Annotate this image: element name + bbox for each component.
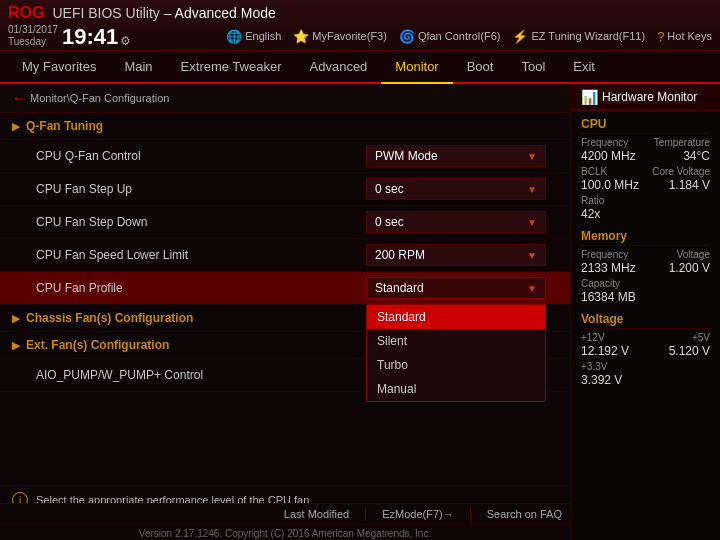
- last-modified-label: Last Modified: [284, 508, 349, 520]
- hw-cpu-freq-val-row: 4200 MHz 34°C: [581, 149, 710, 165]
- hw-bclk-label: BCLK: [581, 166, 607, 177]
- myfavorite-label: MyFavorite(F3): [312, 30, 387, 42]
- ez-mode-button[interactable]: EzMode(F7)→: [382, 508, 454, 520]
- cpu-fan-profile-menu: Standard Silent Turbo Manual: [366, 304, 546, 402]
- expand-icon: ▶: [12, 339, 20, 352]
- nav-boot[interactable]: Boot: [453, 51, 508, 82]
- hw-33v-label: +3.3V: [581, 361, 607, 372]
- hw-mem-freq-value: 2133 MHz: [581, 261, 636, 275]
- hw-bclk-val-row: 100.0 MHz 1.184 V: [581, 178, 710, 194]
- aio-pump-label: AIO_PUMP/W_PUMP+ Control: [36, 368, 366, 382]
- date-text: 01/31/2017: [8, 24, 58, 36]
- hw-33v-row: +3.3V: [581, 361, 710, 372]
- hotkeys-button[interactable]: ? Hot Keys: [657, 29, 712, 44]
- main-content: ← Monitor\Q-Fan Configuration ▶ Q-Fan Tu…: [0, 84, 720, 540]
- hw-cpu-freq-row: Frequency Temperature: [581, 137, 710, 148]
- dropdown-chevron-icon: ▼: [527, 151, 537, 162]
- search-faq-button[interactable]: Search on FAQ: [487, 508, 562, 520]
- help-icon: ?: [657, 29, 664, 44]
- toolbar: 🌐 English ⭐ MyFavorite(F3) 🌀 Qfan Contro…: [151, 29, 712, 44]
- hotkeys-label: Hot Keys: [667, 30, 712, 42]
- hw-mem-volt-label: Voltage: [677, 249, 710, 260]
- footer: Last Modified EzMode(F7)→ Search on FAQ …: [0, 503, 570, 540]
- time-display: 19:41: [62, 26, 118, 48]
- ez-tuning-button[interactable]: ⚡ EZ Tuning Wizard(F11): [512, 29, 645, 44]
- cpu-fan-speed-limit-dropdown[interactable]: 200 RPM ▼: [366, 244, 546, 266]
- cpu-fan-profile-dropdown[interactable]: Standard ▼: [366, 277, 546, 299]
- cpu-fan-step-down-label: CPU Fan Step Down: [36, 215, 366, 229]
- rog-logo: ROG: [8, 4, 44, 22]
- cpu-fan-step-up-label: CPU Fan Step Up: [36, 182, 366, 196]
- ez-tuning-label: EZ Tuning Wizard(F11): [531, 30, 645, 42]
- myfavorite-button[interactable]: ⭐ MyFavorite(F3): [293, 29, 387, 44]
- profile-option-turbo[interactable]: Turbo: [367, 353, 545, 377]
- day-text: Tuesday: [8, 36, 58, 48]
- hw-cpu-freq-label: Frequency: [581, 137, 628, 148]
- cpu-fan-speed-limit-value: 200 RPM: [375, 248, 425, 262]
- qfan-section-label: Q-Fan Tuning: [26, 119, 103, 133]
- dropdown-chevron-icon: ▼: [527, 217, 537, 228]
- cpu-fan-step-down-row: CPU Fan Step Down 0 sec ▼: [0, 206, 570, 239]
- header: ROG UEFI BIOS Utility – Advanced Mode 01…: [0, 0, 720, 51]
- nav-extreme-tweaker[interactable]: Extreme Tweaker: [167, 51, 296, 82]
- hw-5v-label: +5V: [692, 332, 710, 343]
- dropdown-chevron-icon: ▼: [527, 184, 537, 195]
- hw-mem-title: Memory: [581, 229, 710, 246]
- hw-ratio-val-row: 42x: [581, 207, 710, 223]
- nav-bar: My Favorites Main Extreme Tweaker Advanc…: [0, 51, 720, 84]
- cpu-qfan-control-dropdown[interactable]: PWM Mode ▼: [366, 145, 546, 167]
- nav-monitor[interactable]: Monitor: [381, 51, 452, 84]
- nav-advanced[interactable]: Advanced: [296, 51, 382, 82]
- cpu-fan-profile-row: CPU Fan Profile Standard ▼ Standard Sile…: [0, 272, 570, 305]
- globe-icon: 🌐: [226, 29, 242, 44]
- profile-option-manual[interactable]: Manual: [367, 377, 545, 401]
- footer-divider2: [470, 507, 471, 521]
- chassis-fan-label: Chassis Fan(s) Configuration: [26, 311, 193, 325]
- ext-fan-label: Ext. Fan(s) Configuration: [26, 338, 169, 352]
- hw-mem-freq-val-row: 2133 MHz 1.200 V: [581, 261, 710, 277]
- dropdown-chevron-icon: ▼: [527, 250, 537, 261]
- hw-mem-volt-value: 1.200 V: [669, 261, 710, 275]
- dropdown-chevron-icon: ▼: [527, 283, 537, 294]
- hw-mem-freq-row: Frequency Voltage: [581, 249, 710, 260]
- hw-12v-label: +12V: [581, 332, 605, 343]
- monitor-icon: 📊: [581, 89, 598, 105]
- settings-icon[interactable]: ⚙: [120, 34, 131, 48]
- profile-option-silent[interactable]: Silent: [367, 329, 545, 353]
- nav-exit[interactable]: Exit: [559, 51, 609, 82]
- nav-tool[interactable]: Tool: [507, 51, 559, 82]
- cpu-fan-step-up-row: CPU Fan Step Up 0 sec ▼: [0, 173, 570, 206]
- nav-my-favorites[interactable]: My Favorites: [8, 51, 110, 82]
- hw-cpu-temp-label: Temperature: [654, 137, 710, 148]
- fan-icon: 🌀: [399, 29, 415, 44]
- qfan-button[interactable]: 🌀 Qfan Control(F6): [399, 29, 501, 44]
- cpu-qfan-control-value: PWM Mode: [375, 149, 438, 163]
- hw-bclk-row: BCLK Core Voltage: [581, 166, 710, 177]
- cpu-fan-step-up-dropdown[interactable]: 0 sec ▼: [366, 178, 546, 200]
- cpu-fan-speed-limit-row: CPU Fan Speed Lower Limit 200 RPM ▼: [0, 239, 570, 272]
- hw-12v-value: 12.192 V: [581, 344, 629, 358]
- back-arrow-icon[interactable]: ←: [12, 90, 26, 106]
- profile-option-standard[interactable]: Standard: [367, 305, 545, 329]
- hw-12v-val-row: 12.192 V 5.120 V: [581, 344, 710, 360]
- hardware-monitor-panel: 📊 Hardware Monitor CPU Frequency Tempera…: [570, 84, 720, 540]
- cpu-fan-step-down-dropdown[interactable]: 0 sec ▼: [366, 211, 546, 233]
- cpu-fan-profile-label: CPU Fan Profile: [36, 281, 366, 295]
- hw-mem-cap-val-row: 16384 MB: [581, 290, 710, 306]
- qfan-tuning-section[interactable]: ▶ Q-Fan Tuning: [0, 113, 570, 140]
- hw-ratio-value: 42x: [581, 207, 600, 221]
- hw-bclk-value: 100.0 MHz: [581, 178, 639, 192]
- nav-main[interactable]: Main: [110, 51, 166, 82]
- hw-mem-cap-value: 16384 MB: [581, 290, 636, 304]
- datetime: 01/31/2017 Tuesday 19:41 ⚙: [8, 24, 131, 48]
- qfan-label: Qfan Control(F6): [418, 30, 501, 42]
- hw-monitor-label: Hardware Monitor: [602, 90, 697, 104]
- hw-ratio-label: Ratio: [581, 195, 604, 206]
- expand-icon: ▶: [12, 312, 20, 325]
- language-button[interactable]: 🌐 English: [226, 29, 281, 44]
- footer-actions: Last Modified EzMode(F7)→ Search on FAQ: [0, 504, 570, 525]
- language-label: English: [245, 30, 281, 42]
- cpu-fan-step-down-value: 0 sec: [375, 215, 404, 229]
- star-icon: ⭐: [293, 29, 309, 44]
- breadcrumb: ← Monitor\Q-Fan Configuration: [0, 84, 570, 113]
